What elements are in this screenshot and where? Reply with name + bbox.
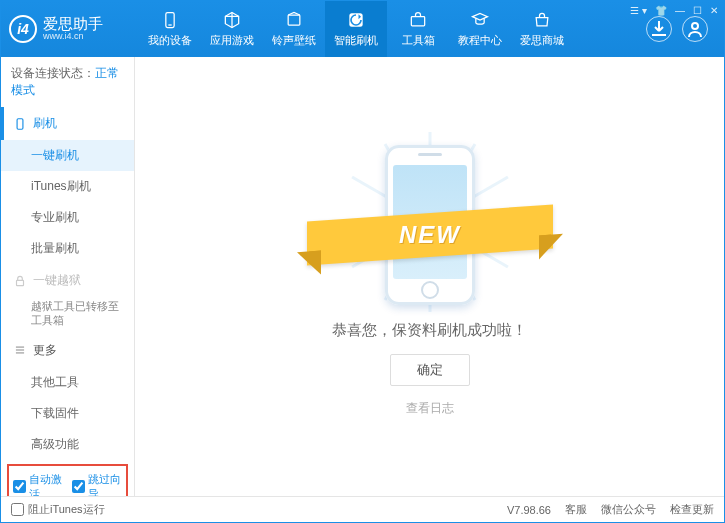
main-content: NEW 恭喜您，保资料刷机成功啦！ 确定 查看日志 xyxy=(135,57,724,496)
download-button[interactable] xyxy=(646,16,672,42)
nav-my-device[interactable]: 我的设备 xyxy=(139,1,201,57)
title-bar: ☰ ▾ 👕 — ☐ ✕ i4 爱思助手 www.i4.cn 我的设备 应用游戏 … xyxy=(1,1,724,57)
update-link[interactable]: 检查更新 xyxy=(670,502,714,517)
app-title: 爱思助手 xyxy=(43,16,103,33)
sidebar-section-more[interactable]: 更多 xyxy=(1,334,134,367)
sidebar-checkboxes: 自动激活 跳过向导 xyxy=(7,464,128,496)
app-logo: i4 爱思助手 www.i4.cn xyxy=(9,15,139,43)
app-window: ☰ ▾ 👕 — ☐ ✕ i4 爱思助手 www.i4.cn 我的设备 应用游戏 … xyxy=(0,0,725,523)
maximize-icon[interactable]: ☐ xyxy=(693,5,702,16)
menu-icon xyxy=(13,343,27,357)
nav-ringtone[interactable]: 铃声壁纸 xyxy=(263,1,325,57)
title-right xyxy=(646,16,716,42)
jailbreak-note: 越狱工具已转移至工具箱 xyxy=(1,297,134,334)
nav-apps[interactable]: 应用游戏 xyxy=(201,1,263,57)
success-illustration: NEW xyxy=(335,137,525,307)
wechat-link[interactable]: 微信公众号 xyxy=(601,502,656,517)
svg-point-5 xyxy=(692,23,698,29)
checkbox-skip-guide[interactable]: 跳过向导 xyxy=(72,472,123,496)
sidebar-item-itunes-flash[interactable]: iTunes刷机 xyxy=(1,171,134,202)
phone-icon xyxy=(13,117,27,131)
svg-rect-4 xyxy=(411,17,424,26)
svg-rect-6 xyxy=(17,118,23,129)
manage-icon[interactable]: ☰ ▾ xyxy=(630,5,647,16)
lock-icon xyxy=(13,274,27,288)
checkbox-auto-activate[interactable]: 自动激活 xyxy=(13,472,64,496)
nav-tutorial[interactable]: 教程中心 xyxy=(449,1,511,57)
nav-store[interactable]: 爱思商城 xyxy=(511,1,573,57)
skin-icon[interactable]: 👕 xyxy=(655,5,667,16)
app-url: www.i4.cn xyxy=(43,32,103,42)
tutorial-icon xyxy=(470,10,490,30)
flash-icon xyxy=(346,10,366,30)
minimize-icon[interactable]: — xyxy=(675,5,685,16)
sidebar-item-advanced[interactable]: 高级功能 xyxy=(1,429,134,460)
connection-status: 设备连接状态：正常模式 xyxy=(1,57,134,107)
status-bar: 阻止iTunes运行 V7.98.66 客服 微信公众号 检查更新 xyxy=(1,496,724,522)
version-label: V7.98.66 xyxy=(507,504,551,516)
sidebar: 设备连接状态：正常模式 刷机 一键刷机 iTunes刷机 专业刷机 批量刷机 一… xyxy=(1,57,135,496)
top-nav: 我的设备 应用游戏 铃声壁纸 智能刷机 工具箱 教程中心 爱思商城 xyxy=(139,1,646,57)
sidebar-item-oneclick-flash[interactable]: 一键刷机 xyxy=(1,140,134,171)
sidebar-section-flash[interactable]: 刷机 xyxy=(1,107,134,140)
device-icon xyxy=(160,10,180,30)
sidebar-item-download-fw[interactable]: 下载固件 xyxy=(1,398,134,429)
service-link[interactable]: 客服 xyxy=(565,502,587,517)
svg-rect-7 xyxy=(17,280,24,285)
logo-icon: i4 xyxy=(9,15,37,43)
nav-toolbox[interactable]: 工具箱 xyxy=(387,1,449,57)
apps-icon xyxy=(222,10,242,30)
view-log-link[interactable]: 查看日志 xyxy=(406,400,454,417)
window-controls: ☰ ▾ 👕 — ☐ ✕ xyxy=(630,5,718,16)
sidebar-section-jailbreak: 一键越狱 xyxy=(1,264,134,297)
store-icon xyxy=(532,10,552,30)
toolbox-icon xyxy=(408,10,428,30)
nav-flash[interactable]: 智能刷机 xyxy=(325,1,387,57)
confirm-button[interactable]: 确定 xyxy=(390,354,470,386)
sidebar-item-pro-flash[interactable]: 专业刷机 xyxy=(1,202,134,233)
ringtone-icon xyxy=(284,10,304,30)
sidebar-item-batch-flash[interactable]: 批量刷机 xyxy=(1,233,134,264)
svg-rect-2 xyxy=(288,15,300,25)
sidebar-item-other-tools[interactable]: 其他工具 xyxy=(1,367,134,398)
close-icon[interactable]: ✕ xyxy=(710,5,718,16)
user-button[interactable] xyxy=(682,16,708,42)
body: 设备连接状态：正常模式 刷机 一键刷机 iTunes刷机 专业刷机 批量刷机 一… xyxy=(1,57,724,496)
checkbox-block-itunes[interactable]: 阻止iTunes运行 xyxy=(11,502,105,517)
